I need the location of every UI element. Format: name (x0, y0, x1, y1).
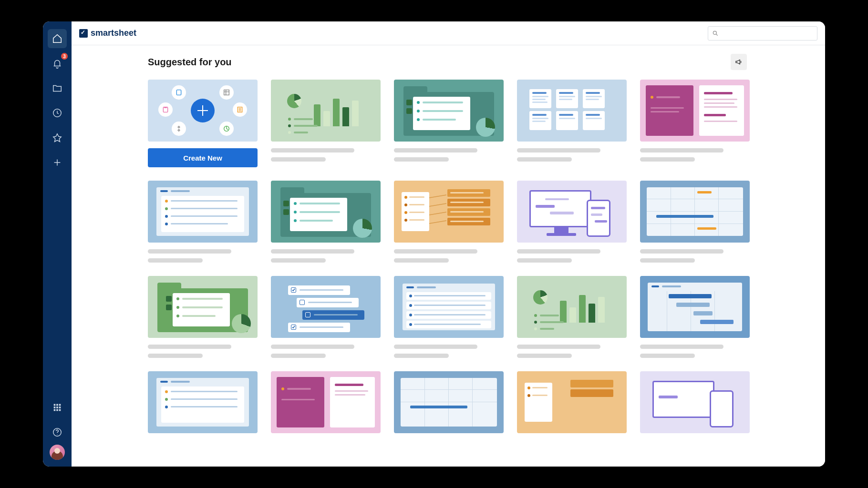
search-icon (712, 30, 719, 37)
create-thumb (148, 80, 258, 142)
template-card[interactable] (148, 371, 258, 433)
svg-rect-14 (224, 90, 229, 95)
nav-home[interactable] (48, 29, 67, 48)
svg-rect-7 (54, 409, 56, 411)
template-card[interactable] (148, 276, 258, 358)
template-card[interactable] (517, 181, 627, 263)
section-heading: Suggested for you (148, 57, 731, 68)
svg-point-12 (713, 31, 716, 34)
megaphone-icon (734, 58, 743, 66)
nav-favorites[interactable] (48, 128, 67, 147)
announcements-button[interactable] (731, 54, 747, 70)
svg-rect-9 (59, 409, 61, 411)
template-card[interactable] (640, 276, 750, 358)
template-card[interactable] (517, 80, 627, 167)
template-card[interactable] (394, 371, 504, 433)
template-card[interactable] (148, 181, 258, 263)
create-new-card[interactable]: Create New (148, 80, 258, 167)
svg-rect-1 (54, 404, 56, 406)
template-card[interactable] (271, 276, 381, 358)
template-card[interactable] (640, 371, 750, 433)
svg-rect-3 (59, 404, 61, 406)
brand-name: smartsheet (91, 28, 136, 38)
template-card[interactable] (394, 181, 504, 263)
template-card[interactable] (271, 181, 381, 263)
nav-help[interactable] (48, 423, 67, 442)
nav-apps[interactable] (48, 398, 67, 417)
svg-rect-8 (56, 409, 58, 411)
brand-mark-icon (79, 29, 88, 38)
svg-rect-6 (59, 407, 61, 408)
nav-notifications[interactable]: 3 (48, 54, 67, 73)
svg-rect-13 (176, 90, 181, 95)
topbar: smartsheet (72, 21, 825, 45)
plus-icon (191, 99, 215, 122)
template-card[interactable] (394, 80, 504, 167)
search-field[interactable] (722, 30, 813, 37)
template-card[interactable] (517, 371, 627, 433)
svg-rect-2 (56, 404, 58, 406)
nav-recents[interactable] (48, 103, 67, 122)
nav-browse[interactable] (48, 79, 67, 98)
svg-point-11 (57, 434, 57, 435)
template-card[interactable] (640, 80, 750, 167)
template-card[interactable] (271, 80, 381, 167)
template-card[interactable] (394, 276, 504, 358)
nav-create[interactable] (48, 153, 67, 172)
create-new-button[interactable]: Create New (148, 148, 258, 167)
template-grid: Create New (148, 80, 749, 433)
notifications-badge: 3 (61, 53, 68, 60)
search-input[interactable] (708, 26, 817, 41)
brand-logo[interactable]: smartsheet (79, 28, 136, 38)
sidebar: 3 (43, 21, 72, 467)
svg-rect-5 (56, 407, 58, 408)
template-card[interactable] (271, 371, 381, 433)
user-avatar[interactable] (50, 445, 65, 460)
template-card[interactable] (517, 276, 627, 358)
svg-rect-4 (54, 407, 56, 408)
template-card[interactable] (640, 181, 750, 263)
